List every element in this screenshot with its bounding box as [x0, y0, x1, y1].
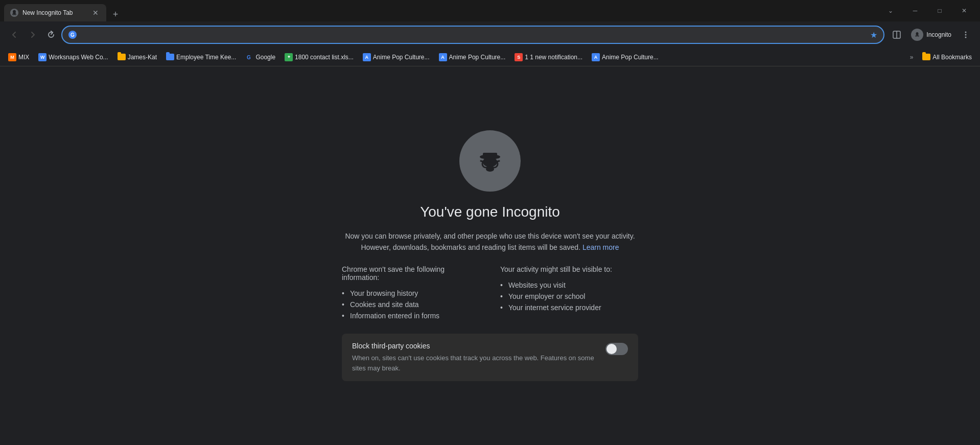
svg-point-9: [916, 32, 919, 35]
bookmark-anime-pop-1-label: Anime Pop Culture...: [373, 54, 430, 61]
list-item-websites: Websites you visit: [500, 279, 638, 291]
bookmark-notif-label: 1 1 new notification...: [525, 54, 582, 61]
toggle-thumb: [606, 344, 617, 354]
bookmark-google-favicon: G: [245, 53, 253, 61]
svg-line-25: [481, 161, 483, 161]
incognito-info-lists: Chrome won't save the following informat…: [342, 265, 638, 321]
bookmark-james-kat[interactable]: James-Kat: [113, 52, 161, 63]
incognito-desc-line1: Now you can browse privately, and other …: [345, 232, 635, 240]
svg-point-15: [965, 34, 967, 36]
tab-title: New Incognito Tab: [22, 9, 87, 16]
bookmark-mix-label: MIX: [18, 54, 29, 61]
incognito-container: You've gone Incognito Now you can browse…: [332, 120, 648, 392]
bookmark-worksnaps-favicon: W: [38, 53, 46, 61]
incognito-title: You've gone Incognito: [420, 204, 560, 220]
bookmark-employee-time[interactable]: Employee Time Kee...: [162, 52, 240, 63]
incognito-description: Now you can browse privately, and other …: [345, 230, 635, 253]
bookmark-worksnaps[interactable]: W Worksnaps Web Co...: [34, 51, 112, 63]
bookmarks-more-button[interactable]: »: [906, 52, 918, 63]
dropdown-button[interactable]: ⌄: [879, 3, 902, 19]
bookmark-anime-pop-2-label: Anime Pop Culture...: [449, 54, 506, 61]
svg-point-14: [965, 32, 967, 33]
bookmark-google-label: Google: [255, 54, 275, 61]
bookmark-james-kat-favicon: [118, 54, 126, 60]
bookmarks-bar: M MIX W Worksnaps Web Co... James-Kat Em…: [0, 48, 980, 66]
bookmark-mix[interactable]: M MIX: [4, 51, 33, 63]
bookmark-star-icon[interactable]: ★: [870, 30, 877, 40]
bookmark-1800-contact[interactable]: ✦ 1800 contact list.xls...: [281, 51, 358, 63]
window-controls: ⌄ ─ □ ✕: [879, 0, 976, 21]
navigation-bar: G ★ Incognito: [0, 21, 980, 48]
svg-line-26: [497, 161, 499, 161]
incognito-desc-line2: However, downloads, bookmarks and readin…: [361, 243, 580, 251]
title-bar: New Incognito Tab ✕ + ⌄ ─ □ ✕: [0, 0, 980, 21]
profile-icon: [911, 29, 923, 41]
svg-point-16: [965, 37, 967, 38]
chrome-wont-save-heading: Chrome won't save the following informat…: [342, 265, 480, 282]
bookmark-anime-pop-2-favicon: A: [439, 53, 447, 61]
bookmark-anime-pop-3-label: Anime Pop Culture...: [602, 54, 659, 61]
bookmark-anime-pop-3-favicon: A: [592, 53, 600, 61]
tab-area: New Incognito Tab ✕ +: [4, 0, 879, 21]
activity-visible-column: Your activity might still be visible to:…: [500, 265, 638, 321]
incognito-icon-circle: [459, 130, 521, 192]
bookmark-anime-pop-2[interactable]: A Anime Pop Culture...: [435, 51, 510, 63]
chrome-wont-save-list: Your browsing history Cookies and site d…: [342, 288, 480, 321]
bookmark-google[interactable]: G Google: [241, 51, 279, 63]
back-button[interactable]: [6, 27, 22, 43]
page-content: You've gone Incognito Now you can browse…: [0, 66, 980, 445]
cookie-block-toggle[interactable]: [605, 343, 628, 355]
cookie-block-text: Block third-party cookies When on, sites…: [352, 342, 597, 373]
all-bookmarks-folder-icon: [922, 54, 930, 60]
learn-more-link[interactable]: Learn more: [582, 243, 619, 251]
bookmark-worksnaps-label: Worksnaps Web Co...: [49, 54, 108, 61]
bookmark-employee-time-favicon: [166, 54, 174, 60]
tab-close-button[interactable]: ✕: [91, 8, 100, 17]
toolbar-icons: Incognito: [889, 27, 974, 43]
address-input[interactable]: [81, 31, 866, 39]
bookmark-james-kat-label: James-Kat: [128, 54, 157, 61]
toggle-track[interactable]: [605, 343, 628, 355]
cookie-block-description: When on, sites can't use cookies that tr…: [352, 353, 597, 373]
address-favicon: G: [68, 31, 77, 39]
menu-button[interactable]: [958, 27, 974, 43]
activity-visible-list: Websites you visit Your employer or scho…: [500, 279, 638, 313]
bookmark-employee-time-label: Employee Time Kee...: [176, 54, 236, 61]
activity-visible-heading: Your activity might still be visible to:: [500, 265, 638, 273]
forward-button[interactable]: [25, 27, 41, 43]
cookie-block-box: Block third-party cookies When on, sites…: [342, 334, 638, 381]
list-item-browsing-history: Your browsing history: [342, 288, 480, 299]
tab-favicon: [10, 9, 18, 17]
close-button[interactable]: ✕: [952, 3, 976, 19]
incognito-icon: [472, 143, 508, 179]
profile-name: Incognito: [926, 31, 951, 38]
maximize-button[interactable]: □: [928, 3, 951, 19]
all-bookmarks-button[interactable]: All Bookmarks: [918, 52, 976, 63]
bookmark-anime-pop-3[interactable]: A Anime Pop Culture...: [588, 51, 663, 63]
split-view-button[interactable]: [889, 27, 905, 43]
svg-point-27: [486, 167, 494, 172]
all-bookmarks-label: All Bookmarks: [932, 54, 972, 61]
bookmark-anime-pop-1-favicon: A: [363, 53, 371, 61]
list-item-forms: Information entered in forms: [342, 310, 480, 321]
list-item-employer: Your employer or school: [500, 291, 638, 302]
bookmark-1800-contact-favicon: ✦: [285, 53, 293, 61]
chrome-wont-save-column: Chrome won't save the following informat…: [342, 265, 480, 321]
minimize-button[interactable]: ─: [903, 3, 927, 19]
list-item-isp: Your internet service provider: [500, 302, 638, 313]
bookmark-anime-pop-1[interactable]: A Anime Pop Culture...: [359, 51, 434, 63]
cookie-block-title: Block third-party cookies: [352, 342, 597, 350]
bookmark-notif-favicon: S: [515, 53, 523, 61]
profile-button[interactable]: Incognito: [907, 27, 955, 43]
svg-text:G: G: [247, 55, 251, 60]
bookmark-1800-contact-label: 1800 contact list.xls...: [295, 54, 354, 61]
active-tab[interactable]: New Incognito Tab ✕: [4, 4, 106, 21]
new-tab-button[interactable]: +: [108, 7, 123, 21]
list-item-cookies: Cookies and site data: [342, 299, 480, 310]
bookmark-notif[interactable]: S 1 1 new notification...: [510, 51, 587, 63]
bookmark-mix-favicon: M: [8, 53, 16, 61]
svg-point-21: [483, 157, 497, 167]
address-bar[interactable]: G ★: [61, 26, 884, 44]
reload-button[interactable]: [43, 27, 59, 43]
svg-point-1: [13, 10, 16, 14]
